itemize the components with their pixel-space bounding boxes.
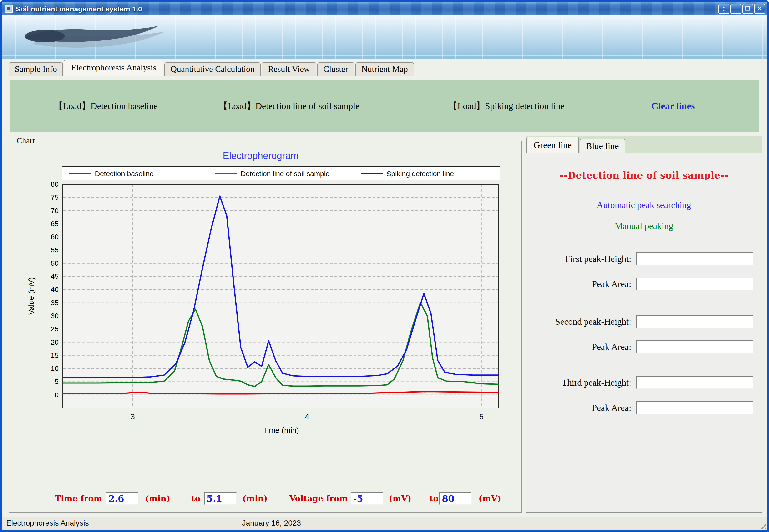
svg-text:80: 80 bbox=[51, 180, 59, 188]
automatic-peak-searching-button[interactable]: Automatic peak searching bbox=[526, 200, 762, 210]
svg-text:65: 65 bbox=[51, 220, 59, 228]
svg-text:30: 30 bbox=[51, 312, 59, 320]
svg-text:5: 5 bbox=[55, 378, 59, 385]
tab-cluster[interactable]: Cluster bbox=[317, 62, 354, 76]
tab-quantitative-calculation[interactable]: Quantitative Calculation bbox=[164, 62, 261, 76]
first-peak-height-input[interactable] bbox=[636, 252, 753, 265]
maximize-button[interactable]: ❐ bbox=[742, 4, 753, 14]
status-bar: Electrophoresis Analysis January 16, 202… bbox=[2, 517, 767, 530]
tab-sample-info[interactable]: Sample Info bbox=[9, 62, 63, 76]
banner bbox=[2, 15, 767, 59]
tab-green-line[interactable]: Green line bbox=[526, 137, 579, 153]
tab-blue-line[interactable]: Blue line bbox=[580, 139, 625, 153]
svg-text:15: 15 bbox=[51, 351, 59, 359]
app-icon bbox=[5, 5, 13, 13]
clear-lines-button[interactable]: Clear lines bbox=[651, 101, 695, 112]
spin-button[interactable]: ▲ ▼ bbox=[719, 4, 729, 14]
time-from-label: Time from bbox=[55, 494, 102, 503]
voltage-to-label: to bbox=[429, 494, 438, 503]
voltage-to-input[interactable] bbox=[439, 492, 472, 505]
second-peak-height-row: Second peak-Height: bbox=[526, 315, 762, 328]
manual-peaking-button[interactable]: Manual peaking bbox=[526, 221, 762, 231]
load-detection-baseline-button[interactable]: 【Load】Detection baseline bbox=[54, 100, 158, 112]
status-section-empty bbox=[511, 517, 766, 529]
maximize-icon: ❐ bbox=[745, 6, 750, 11]
time-from-unit: (min) bbox=[145, 494, 170, 503]
title-bar[interactable]: Soil nutrient management system 1.0 ▲ ▼ … bbox=[2, 2, 767, 15]
third-peak-height-input[interactable] bbox=[636, 376, 753, 389]
load-soil-sample-line-button[interactable]: 【Load】Detection line of soil sample bbox=[219, 100, 360, 112]
svg-text:0: 0 bbox=[55, 391, 59, 399]
chart-svg: 05101520253035404550556065707580345Time … bbox=[22, 180, 499, 447]
voltage-to-unit: (mV) bbox=[479, 494, 501, 503]
third-peak-area-input[interactable] bbox=[636, 401, 753, 414]
minimize-button[interactable]: — bbox=[730, 4, 741, 14]
first-peak-area-input[interactable] bbox=[636, 278, 753, 290]
line-tab-strip: Green line Blue line bbox=[525, 136, 762, 153]
chart-groupbox: Chart Electropherogram Detection baselin… bbox=[9, 136, 522, 513]
legend-label-baseline: Detection baseline bbox=[95, 169, 154, 177]
legend-line-red bbox=[69, 173, 91, 174]
load-spiking-line-button[interactable]: 【Load】Spiking detection line bbox=[448, 100, 564, 112]
second-peak-height-input[interactable] bbox=[636, 315, 753, 328]
svg-text:Time (min): Time (min) bbox=[263, 426, 299, 434]
tab-nutrient-map[interactable]: Nutrient Map bbox=[355, 62, 414, 76]
third-peak-area-row: Peak Area: bbox=[526, 401, 762, 414]
spin-up-icon: ▲ bbox=[723, 5, 725, 8]
status-section-left: Electrophoresis Analysis bbox=[3, 517, 237, 529]
window-controls: ▲ ▼ — ❐ ✕ bbox=[719, 4, 765, 14]
spin-down-icon: ▼ bbox=[723, 9, 725, 12]
legend-label-soil-sample: Detection line of soil sample bbox=[241, 169, 330, 177]
tab-result-view[interactable]: Result View bbox=[262, 62, 316, 76]
second-peak-area-input[interactable] bbox=[636, 340, 753, 353]
first-peak-area-row: Peak Area: bbox=[526, 278, 762, 290]
second-peak-height-label: Second peak-Height: bbox=[555, 316, 631, 327]
chart-title: Electropherogram bbox=[22, 150, 499, 161]
close-button[interactable]: ✕ bbox=[754, 4, 765, 14]
third-peak-height-row: Third peak-Height: bbox=[526, 376, 762, 389]
svg-text:50: 50 bbox=[51, 259, 59, 267]
time-to-label: to bbox=[191, 494, 201, 503]
svg-text:40: 40 bbox=[51, 285, 59, 293]
svg-text:5: 5 bbox=[479, 412, 484, 421]
legend-item-soil-sample: Detection line of soil sample bbox=[208, 169, 354, 177]
chart-legend: Detection baseline Detection line of soi… bbox=[62, 166, 500, 180]
svg-text:4: 4 bbox=[305, 412, 309, 421]
svg-text:55: 55 bbox=[51, 246, 59, 254]
banner-swoosh-graphic bbox=[15, 19, 172, 55]
panel-header: --Detection line of soil sample-- bbox=[526, 169, 762, 181]
right-column: Green line Blue line --Detection line of… bbox=[525, 136, 762, 513]
content-area: Chart Electropherogram Detection baselin… bbox=[2, 136, 767, 517]
range-controls: Time from (min) to (min) Voltage from (m… bbox=[55, 492, 516, 505]
second-peak-area-label: Peak Area: bbox=[592, 342, 631, 352]
status-section-date: January 16, 2023 bbox=[239, 517, 509, 529]
first-peak-height-row: First peak-Height: bbox=[526, 252, 762, 265]
first-peak-height-label: First peak-Height: bbox=[565, 254, 631, 264]
svg-text:70: 70 bbox=[51, 207, 59, 214]
minimize-icon: — bbox=[733, 6, 739, 11]
voltage-from-unit: (mV) bbox=[389, 494, 411, 503]
app-window: Soil nutrient management system 1.0 ▲ ▼ … bbox=[0, 0, 769, 532]
time-to-input[interactable] bbox=[204, 492, 237, 505]
svg-text:35: 35 bbox=[51, 299, 59, 307]
svg-text:Value (mV): Value (mV) bbox=[27, 277, 35, 315]
voltage-from-input[interactable] bbox=[351, 492, 383, 505]
svg-text:20: 20 bbox=[51, 338, 59, 346]
time-from-input[interactable] bbox=[106, 492, 138, 505]
first-peak-area-label: Peak Area: bbox=[592, 279, 631, 289]
screen: Soil nutrient management system 1.0 ▲ ▼ … bbox=[0, 0, 769, 532]
peak-panel: --Detection line of soil sample-- Automa… bbox=[525, 153, 762, 513]
svg-text:3: 3 bbox=[130, 412, 135, 421]
legend-line-blue bbox=[361, 173, 383, 174]
svg-text:75: 75 bbox=[51, 193, 59, 201]
svg-text:10: 10 bbox=[51, 364, 59, 372]
third-peak-height-label: Third peak-Height: bbox=[562, 377, 631, 388]
voltage-from-label: Voltage from bbox=[290, 494, 348, 503]
second-peak-area-row: Peak Area: bbox=[526, 340, 762, 353]
time-to-unit: (min) bbox=[242, 494, 268, 503]
legend-line-green bbox=[215, 173, 237, 174]
legend-item-baseline: Detection baseline bbox=[62, 169, 208, 177]
tab-electrophoresis-analysis[interactable]: Electrophoresis Analysis bbox=[64, 60, 163, 76]
window-title: Soil nutrient management system 1.0 bbox=[16, 5, 142, 13]
legend-label-spiking: Spiking detection line bbox=[386, 169, 454, 177]
